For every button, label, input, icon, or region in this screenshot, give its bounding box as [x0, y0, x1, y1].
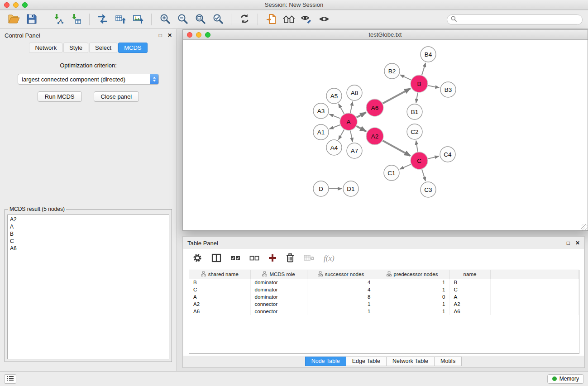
- search-input[interactable]: [459, 16, 578, 23]
- minimize-window-button[interactable]: [13, 2, 19, 8]
- zoom-window-button[interactable]: [22, 2, 28, 8]
- mcds-result-item[interactable]: A2: [10, 216, 167, 223]
- show-hide-button[interactable]: [316, 12, 333, 27]
- node-A5[interactable]: A5: [326, 88, 342, 104]
- delete-table-button[interactable]: [304, 252, 315, 265]
- node-C4[interactable]: C4: [440, 147, 455, 162]
- zoom-fit-button[interactable]: [191, 12, 209, 27]
- node-C2[interactable]: C2: [407, 124, 422, 139]
- edge-C-C2[interactable]: [416, 141, 418, 152]
- node-A8[interactable]: A8: [347, 85, 362, 100]
- unselect-all-columns-button[interactable]: [249, 252, 259, 265]
- edge-A-A1[interactable]: [330, 125, 340, 129]
- column-header-predecessor-nodes[interactable]: predecessor nodes: [375, 270, 449, 279]
- close-window-button[interactable]: [4, 2, 10, 8]
- column-header-shared-name[interactable]: shared name: [189, 270, 250, 279]
- edge-C-C3[interactable]: [422, 169, 425, 181]
- tab-motifs[interactable]: Motifs: [434, 357, 462, 366]
- node-B1[interactable]: B1: [407, 104, 422, 119]
- edge-A-A2[interactable]: [357, 126, 366, 132]
- edge-A-A8[interactable]: [350, 102, 353, 113]
- edge-C-C1[interactable]: [400, 164, 411, 169]
- edge-A2-C[interactable]: [383, 141, 411, 156]
- zoom-selected-button[interactable]: [209, 12, 226, 27]
- edge-A6-B[interactable]: [383, 88, 411, 103]
- edge-B-B4[interactable]: [422, 63, 425, 75]
- tab-node-table[interactable]: Node Table: [305, 357, 346, 366]
- table-row[interactable]: Bdominator41B: [189, 279, 579, 286]
- criterion-dropdown[interactable]: largest connected component (directed): [18, 74, 159, 85]
- run-mcds-button[interactable]: Run MCDS: [38, 91, 82, 102]
- annotation-eye-button[interactable]: [298, 12, 315, 27]
- node-B[interactable]: B: [411, 75, 428, 92]
- export-table-button[interactable]: [112, 12, 129, 27]
- node-D1[interactable]: D1: [343, 181, 359, 196]
- node-B4[interactable]: B4: [421, 47, 436, 62]
- window-resize-handle[interactable]: [581, 224, 588, 230]
- close-panel-icon-button[interactable]: ✕: [167, 33, 172, 38]
- column-header-mcds-role[interactable]: MCDS role: [250, 270, 307, 279]
- node-A4[interactable]: A4: [326, 140, 342, 155]
- table-row[interactable]: A2connector11A2: [189, 300, 579, 308]
- mcds-result-item[interactable]: A: [10, 223, 167, 230]
- tab-select[interactable]: Select: [89, 43, 117, 53]
- edge-A-A5[interactable]: [339, 104, 344, 114]
- home-button[interactable]: [280, 12, 297, 27]
- import-table-button[interactable]: [67, 12, 85, 27]
- table-row[interactable]: A6connector11A6: [189, 308, 579, 315]
- node-A[interactable]: A: [340, 113, 357, 130]
- node-C[interactable]: C: [411, 152, 428, 169]
- node-C3[interactable]: C3: [421, 182, 436, 197]
- network-minimize-button[interactable]: [196, 32, 201, 38]
- tab-mcds[interactable]: MCDS: [118, 43, 147, 53]
- create-column-button[interactable]: [268, 252, 277, 265]
- zoom-out-button[interactable]: [174, 12, 191, 27]
- current-document-button[interactable]: [263, 12, 280, 27]
- table-row[interactable]: Adominator80A: [189, 293, 579, 300]
- edge-B-B3[interactable]: [428, 86, 440, 88]
- node-C1[interactable]: C1: [384, 165, 399, 181]
- node-B2[interactable]: B2: [384, 63, 400, 79]
- tab-network[interactable]: Network: [29, 43, 62, 53]
- save-session-button[interactable]: [23, 12, 40, 27]
- export-image-button[interactable]: [129, 12, 147, 27]
- node-A1[interactable]: A1: [313, 124, 329, 140]
- edge-B-B2[interactable]: [400, 75, 411, 80]
- tab-style[interactable]: Style: [63, 43, 88, 53]
- edge-C-C4[interactable]: [428, 156, 439, 158]
- mcds-result-item[interactable]: C: [10, 238, 167, 245]
- refresh-button[interactable]: [236, 12, 253, 27]
- network-canvas[interactable]: B4B2BB3A5A8A6B1A3AC2A1A2A4A7C4CC1C3DD1: [183, 40, 588, 230]
- edge-B-B1[interactable]: [416, 93, 418, 103]
- column-header-successor-nodes[interactable]: successor nodes: [307, 270, 375, 279]
- memory-button[interactable]: Memory: [547, 374, 584, 384]
- network-zoom-button[interactable]: [205, 32, 210, 38]
- node-B3[interactable]: B3: [440, 82, 456, 97]
- function-builder-button[interactable]: f(x): [324, 252, 335, 265]
- edge-A-A7[interactable]: [350, 131, 353, 142]
- close-panel-button[interactable]: Close panel: [94, 91, 139, 102]
- table-settings-button[interactable]: [192, 252, 202, 265]
- edge-A-A4[interactable]: [339, 129, 344, 139]
- float-panel-button[interactable]: □: [159, 33, 162, 38]
- zoom-in-button[interactable]: [156, 12, 173, 27]
- float-table-panel-button[interactable]: □: [567, 240, 570, 246]
- table-row[interactable]: Cdominator41C: [189, 286, 579, 293]
- edge-A-A6[interactable]: [357, 112, 366, 117]
- mcds-result-item[interactable]: B: [10, 230, 167, 238]
- network-close-button[interactable]: [187, 32, 192, 38]
- open-session-button[interactable]: [5, 12, 23, 27]
- tab-network-table[interactable]: Network Table: [386, 357, 435, 366]
- column-header-name[interactable]: name: [449, 270, 490, 279]
- edge-A-A3[interactable]: [330, 114, 340, 118]
- node-A7[interactable]: A7: [347, 143, 362, 158]
- mcds-result-item[interactable]: A6: [10, 245, 167, 252]
- node-A2[interactable]: A2: [366, 128, 383, 145]
- node-A6[interactable]: A6: [366, 99, 383, 116]
- close-table-panel-button[interactable]: ✕: [575, 240, 580, 246]
- select-all-columns-button[interactable]: [230, 252, 240, 265]
- delete-column-button[interactable]: [286, 252, 295, 265]
- task-history-button[interactable]: [4, 374, 16, 384]
- node-D[interactable]: D: [313, 181, 329, 196]
- import-network-button[interactable]: [50, 12, 67, 27]
